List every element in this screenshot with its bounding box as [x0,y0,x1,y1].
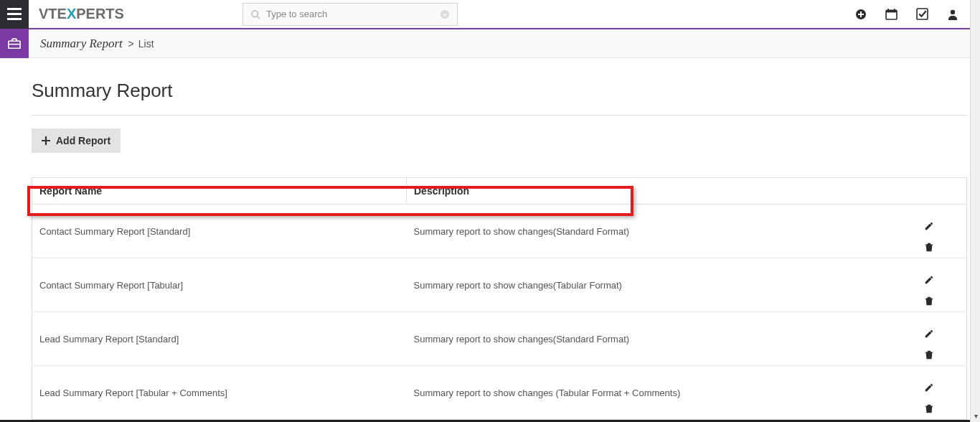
add-icon[interactable] [855,9,867,20]
global-search[interactable]: Type to search [242,3,458,26]
scroll-down-arrow[interactable]: ▾ [971,411,980,421]
cell-report-name: Lead Summary Report [Standard] [32,312,407,366]
main-content: Summary Report Add Report Report Name De… [0,58,980,420]
logo-text-post: PERTS [76,6,124,22]
svg-point-2 [440,9,449,18]
svg-rect-5 [886,10,897,12]
page-title: Summary Report [32,80,967,102]
edit-icon[interactable] [924,329,960,339]
breadcrumb-separator: > [126,38,134,50]
cell-description: Summary report to show changes(Tabular F… [407,258,917,312]
logo-text-x: X [67,6,76,22]
delete-icon[interactable] [924,403,960,413]
topbar-actions [855,8,980,20]
table-row[interactable]: Contact Summary Report [Standard]Summary… [32,205,967,258]
module-tile[interactable] [0,29,29,58]
cell-description: Summary report to show changes(Standard … [407,312,917,366]
edit-icon[interactable] [924,275,960,285]
delete-icon[interactable] [924,242,960,252]
delete-icon[interactable] [924,350,960,360]
add-report-label: Add Report [56,135,110,146]
add-report-button[interactable]: Add Report [32,128,121,153]
breadcrumb-module[interactable]: Summary Report [40,37,123,51]
title-divider [32,115,967,116]
sub-bar: Summary Report > List [0,29,980,58]
edit-icon[interactable] [924,221,960,231]
cell-description: Summary report to show changes(Standard … [407,205,917,258]
reports-table: Report Name Description Contact Summary … [32,177,967,420]
col-header-description[interactable]: Description [407,178,967,205]
calendar-icon[interactable] [885,8,897,20]
svg-point-9 [951,9,955,14]
cell-report-name: Contact Summary Report [Tabular] [32,258,407,312]
svg-line-1 [258,16,260,19]
table-row[interactable]: Contact Summary Report [Tabular]Summary … [32,258,967,312]
hamburger-icon [7,8,22,20]
check-icon[interactable] [916,8,928,20]
table-row[interactable]: Lead Summary Report [Tabular + Comments]… [32,366,967,420]
plus-icon [42,136,50,145]
cell-actions [917,312,967,366]
user-icon[interactable] [947,9,958,20]
svg-rect-8 [917,9,928,19]
cell-description: Summary report to show changes (Tabular … [407,366,917,420]
breadcrumb: Summary Report > List [29,29,154,57]
search-placeholder: Type to search [266,9,440,19]
table-row[interactable]: Lead Summary Report [Standard]Summary re… [32,312,967,366]
logo-text-pre: VTE [39,6,67,22]
search-icon [250,9,260,19]
vertical-scrollbar[interactable]: ▾ [970,0,980,422]
cell-report-name: Contact Summary Report [Standard] [32,205,407,258]
top-bar: VTEXPERTS Type to search [0,0,980,29]
svg-point-0 [252,10,258,17]
cell-report-name: Lead Summary Report [Tabular + Comments] [32,366,407,420]
search-wrap: Type to search [242,3,458,26]
menu-toggle[interactable] [0,0,29,29]
cell-actions [917,205,967,258]
edit-icon[interactable] [924,383,960,393]
cell-actions [917,366,967,420]
delete-icon[interactable] [924,296,960,306]
app-logo: VTEXPERTS [39,6,124,22]
cell-actions [917,258,967,312]
chevron-down-icon[interactable] [440,9,450,19]
breadcrumb-current: List [138,38,154,50]
col-header-name[interactable]: Report Name [32,178,407,205]
briefcase-icon [7,37,22,51]
